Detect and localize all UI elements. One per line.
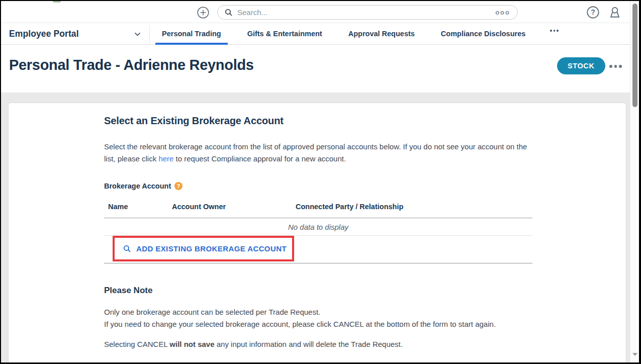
user-profile-button[interactable] — [607, 5, 622, 20]
table-header-row: Name Account Owner Connected Party / Rel… — [104, 196, 532, 218]
annotation-highlight-box: ADD EXISTING BROKERAGE ACCOUNT — [113, 236, 294, 261]
brokerage-account-label: Brokerage Account — [104, 182, 171, 190]
chevron-down-icon — [133, 30, 142, 38]
svg-text:?: ? — [591, 8, 595, 16]
note-line-1: Only one brokerage account can be select… — [104, 308, 320, 316]
tab-gifts-entertainment[interactable]: Gifts & Entertainment — [241, 23, 329, 44]
partial-logo — [53, 1, 61, 3]
search-options-icon[interactable]: ooo — [495, 9, 510, 16]
portal-selector[interactable]: Employee Portal — [9, 23, 149, 44]
note-line-3: Selecting CANCEL will not save any input… — [104, 338, 532, 350]
top-bar: ooo ? — [1, 1, 630, 23]
portal-nav-bar: Employee Portal Personal Trading Gifts &… — [1, 23, 630, 45]
note-line-2: If you need to change your selected brok… — [104, 320, 496, 328]
note-line-3-bold: will not save — [169, 340, 214, 348]
note-line-3-before: Selecting CANCEL — [104, 340, 169, 348]
tab-personal-trading[interactable]: Personal Trading — [155, 23, 228, 44]
help-icon: ? — [586, 6, 600, 19]
brokerage-account-table: Name Account Owner Connected Party / Rel… — [104, 196, 532, 263]
tab-bar: Personal Trading Gifts & Entertainment A… — [149, 23, 561, 44]
field-help-icon[interactable]: ? — [174, 182, 182, 190]
tabs-overflow-icon[interactable] — [548, 27, 561, 35]
portal-label: Employee Portal — [9, 29, 79, 39]
no-data-text: No data to display — [288, 223, 348, 231]
please-note-title: Please Note — [104, 286, 532, 296]
form-card: Select an Existing Brokerage Account Sel… — [8, 103, 626, 362]
column-header-name: Name — [104, 203, 172, 211]
app-window: ooo ? — [0, 0, 641, 364]
column-header-account-owner: Account Owner — [172, 203, 296, 211]
note-line-3-after: any input information and will delete th… — [215, 340, 403, 348]
search-icon — [224, 8, 233, 17]
search-bar: ooo — [217, 5, 518, 20]
table-empty-row: No data to display — [104, 218, 532, 236]
header-menu-icon[interactable] — [608, 62, 623, 71]
page-header: Personal Trade - Adrienne Reynolds STOCK — [1, 45, 630, 93]
status-badge-stock: STOCK — [557, 57, 605, 74]
column-header-connected-party: Connected Party / Relationship — [296, 203, 532, 211]
tab-approval-requests[interactable]: Approval Requests — [342, 23, 421, 44]
add-existing-brokerage-account-button[interactable]: ADD EXISTING BROKERAGE ACCOUNT — [123, 244, 287, 253]
user-icon — [608, 6, 622, 20]
intro-text-after: to request Compliance approval for a new… — [173, 154, 346, 163]
vertical-scrollbar[interactable] — [630, 1, 639, 362]
scrollbar-thumb[interactable] — [632, 4, 637, 107]
table-action-row: ADD EXISTING BROKERAGE ACCOUNT — [104, 236, 532, 263]
help-button[interactable]: ? — [586, 5, 600, 19]
search-icon — [123, 244, 131, 253]
request-approval-link[interactable]: here — [158, 154, 173, 163]
content-area: Select an Existing Brokerage Account Sel… — [1, 93, 630, 362]
page-title: Personal Trade - Adrienne Reynolds — [9, 57, 254, 73]
intro-text: Select the relevant brokerage account fr… — [104, 141, 531, 164]
add-button[interactable] — [196, 6, 210, 19]
note-line-1-2: Only one brokerage account can be select… — [104, 306, 532, 330]
add-existing-brokerage-account-label: ADD EXISTING BROKERAGE ACCOUNT — [136, 244, 287, 253]
tab-compliance-disclosures[interactable]: Compliance Disclosures — [434, 23, 532, 44]
section-title: Select an Existing Brokerage Account — [104, 115, 532, 127]
scroll-down-icon[interactable] — [632, 353, 637, 356]
brokerage-account-label-row: Brokerage Account ? — [104, 181, 532, 191]
add-icon — [197, 6, 210, 19]
search-input[interactable] — [237, 8, 495, 17]
